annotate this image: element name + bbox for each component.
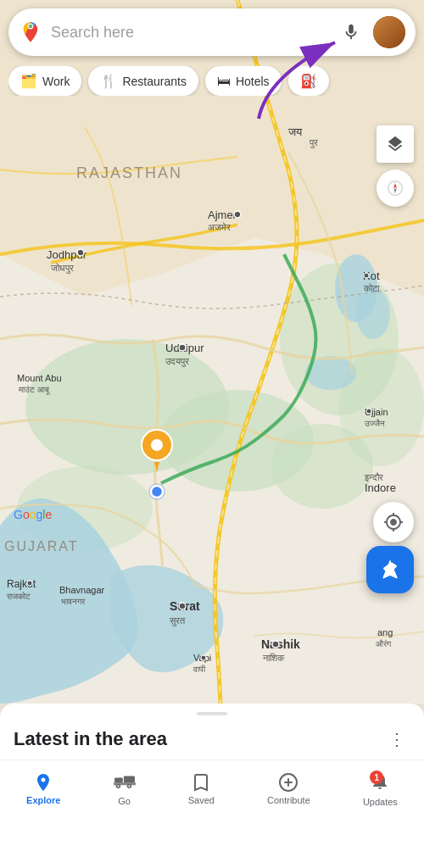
svg-text:RAJASTHAN: RAJASTHAN [76, 164, 182, 181]
svg-text:भावनगर: भावनगर [61, 597, 86, 606]
svg-point-13 [77, 249, 84, 256]
filter-chip-work[interactable]: 🗂️ Work [8, 66, 81, 96]
svg-text:माउंट आबू: माउंट आबू [18, 385, 51, 395]
hotels-icon: 🛏 [217, 74, 231, 89]
saved-label: Saved [188, 795, 215, 805]
svg-text:अजमेर: अजमेर [208, 222, 231, 232]
svg-marker-56 [393, 183, 397, 188]
svg-text:Ajmer: Ajmer [208, 209, 237, 221]
svg-point-36 [27, 581, 32, 586]
google-maps-logo [19, 20, 42, 44]
svg-point-27 [364, 273, 369, 278]
bottom-nav: Explore Go Saved [0, 760, 424, 824]
nav-item-updates[interactable]: 1 Updates [353, 767, 408, 810]
navigate-icon [378, 558, 402, 581]
google-logo: Google [14, 508, 52, 521]
svg-point-64 [128, 785, 130, 787]
svg-point-53 [151, 486, 163, 498]
panel-header: Latest in the area ⋮ [0, 715, 424, 760]
svg-point-63 [117, 785, 119, 787]
svg-text:Bhavnagar: Bhavnagar [59, 585, 105, 595]
filter-chip-hotels[interactable]: 🛏 Hotels [205, 66, 282, 96]
filters-row: 🗂️ Work 🍴 Restaurants 🛏 Hotels ⛽ [8, 66, 416, 96]
svg-point-47 [272, 641, 279, 648]
search-bar[interactable]: Search here [8, 8, 416, 56]
nav-item-contribute[interactable]: Contribute [257, 769, 321, 809]
svg-point-30 [366, 409, 371, 414]
svg-text:नाशिक: नाशिक [262, 653, 285, 663]
compass-button[interactable] [377, 170, 414, 207]
svg-rect-58 [114, 778, 123, 782]
filter-chip-restaurants[interactable]: 🍴 Restaurants [88, 66, 198, 96]
work-icon: 🗂️ [20, 73, 37, 89]
bottom-panel: Latest in the area ⋮ Explore Go [0, 704, 424, 868]
filter-label-restaurants: Restaurants [122, 75, 186, 88]
svg-text:राजकोट: राजकोट [6, 592, 31, 601]
restaurants-icon: 🍴 [100, 73, 117, 89]
svg-text:Mount Abu: Mount Abu [17, 373, 62, 383]
nav-item-saved[interactable]: Saved [178, 769, 225, 809]
panel-title: Latest in the area [14, 728, 167, 750]
svg-point-55 [29, 25, 33, 29]
svg-point-22 [179, 344, 186, 351]
svg-marker-57 [393, 188, 397, 193]
svg-text:Nashik: Nashik [261, 637, 300, 651]
svg-text:जोधपुर: जोधपुर [50, 263, 74, 274]
svg-text:ang: ang [377, 627, 393, 637]
go-label: Go [118, 796, 131, 806]
compass-icon [386, 179, 404, 198]
layer-button[interactable] [377, 125, 414, 163]
svg-text:जय: जय [287, 125, 303, 138]
more-icon: ⋮ [388, 729, 405, 749]
more-button[interactable]: ⋮ [383, 726, 410, 753]
svg-point-9 [356, 288, 390, 339]
svg-text:वापी: वापी [192, 665, 206, 674]
svg-point-44 [201, 655, 206, 660]
saved-icon [191, 772, 211, 793]
mic-icon [342, 23, 360, 42]
explore-label: Explore [26, 795, 60, 805]
gps-icon [383, 512, 404, 532]
navigate-fab[interactable] [366, 546, 414, 593]
contribute-icon [278, 772, 298, 793]
filter-label-work: Work [42, 75, 70, 88]
nav-item-go[interactable]: Go [103, 768, 146, 810]
contribute-label: Contribute [267, 795, 310, 805]
svg-text:Indore: Indore [365, 481, 396, 494]
filter-chip-fuel[interactable]: ⛽ [288, 66, 329, 96]
svg-rect-59 [123, 776, 134, 782]
svg-point-16 [234, 211, 241, 218]
search-placeholder: Search here [51, 24, 336, 42]
updates-label: Updates [363, 797, 398, 807]
svg-text:इन्दौर: इन्दौर [364, 472, 383, 482]
svg-text:उज्जैन: उज्जैन [364, 419, 385, 428]
explore-icon [33, 772, 53, 793]
map-container[interactable]: Jodhpur जोधपुर Ajmer अजमेर जय पुर RAJAST… [0, 0, 424, 704]
svg-text:कोटा: कोटा [363, 283, 380, 293]
svg-point-51 [151, 439, 163, 451]
mic-button[interactable] [336, 17, 366, 47]
svg-text:उदयपुर: उदयपुर [165, 356, 189, 367]
svg-text:सुरत: सुरत [169, 615, 186, 626]
svg-text:पुर: पुर [309, 137, 318, 148]
nav-item-explore[interactable]: Explore [16, 769, 70, 809]
svg-text:औरंग: औरंग [376, 639, 392, 648]
svg-text:GUJARAT: GUJARAT [4, 539, 78, 554]
go-icon [114, 771, 136, 793]
profile-image [373, 16, 405, 48]
filter-label-hotels: Hotels [236, 75, 270, 88]
profile-avatar[interactable] [373, 16, 405, 48]
location-button[interactable] [373, 502, 414, 542]
layers-icon [386, 135, 404, 153]
svg-point-41 [179, 603, 186, 609]
fuel-icon: ⛽ [300, 73, 317, 89]
